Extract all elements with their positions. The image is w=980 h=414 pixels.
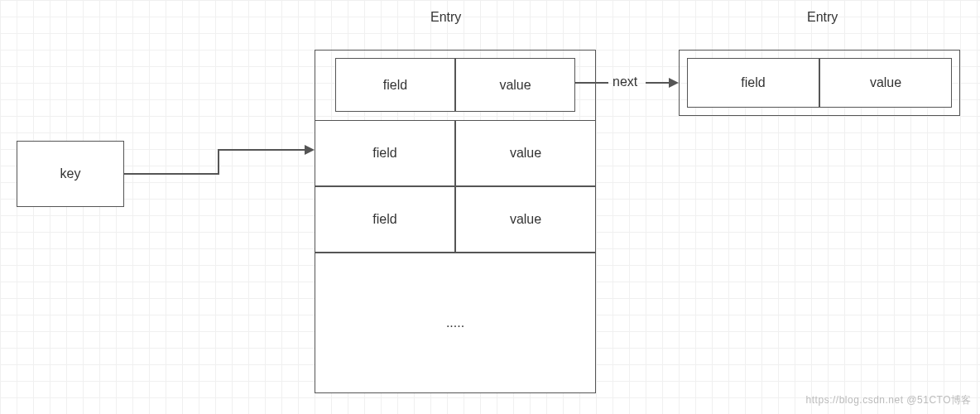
entry1-row1-value: value <box>455 58 575 112</box>
entry1-row3-field: field <box>315 186 455 253</box>
entry1-ellipsis-row: ..... <box>315 253 596 393</box>
entry1-title: Entry <box>430 10 461 25</box>
field-label: field <box>383 78 407 93</box>
arrow-next-line1 <box>575 82 608 84</box>
key-label: key <box>60 166 81 181</box>
field-label: field <box>372 212 396 227</box>
value-label: value <box>870 75 901 90</box>
entry1-row1-field: field <box>335 58 455 112</box>
field-label: field <box>741 75 765 90</box>
value-label: value <box>510 212 541 227</box>
entry1-row2-field: field <box>315 120 455 186</box>
entry1-row3-value: value <box>455 186 596 253</box>
arrow-next-line2 <box>646 82 670 84</box>
entry2-field: field <box>687 58 819 108</box>
ellipsis-label: ..... <box>446 315 464 330</box>
field-label: field <box>372 146 396 161</box>
entry2-title: Entry <box>807 10 838 25</box>
key-box: key <box>17 141 124 207</box>
arrow-key-to-entry-h1 <box>124 173 219 175</box>
entry1-row2-value: value <box>455 120 596 186</box>
entry2-value: value <box>819 58 952 108</box>
next-label: next <box>612 75 637 89</box>
arrow-next-head <box>669 78 679 88</box>
watermark: https://blog.csdn.net @51CTO博客 <box>806 393 972 407</box>
arrow-key-to-entry-h2 <box>218 149 306 151</box>
value-label: value <box>510 146 541 161</box>
arrow-key-to-entry-head <box>305 145 315 155</box>
arrow-key-to-entry-v <box>218 149 219 175</box>
value-label: value <box>499 78 531 93</box>
